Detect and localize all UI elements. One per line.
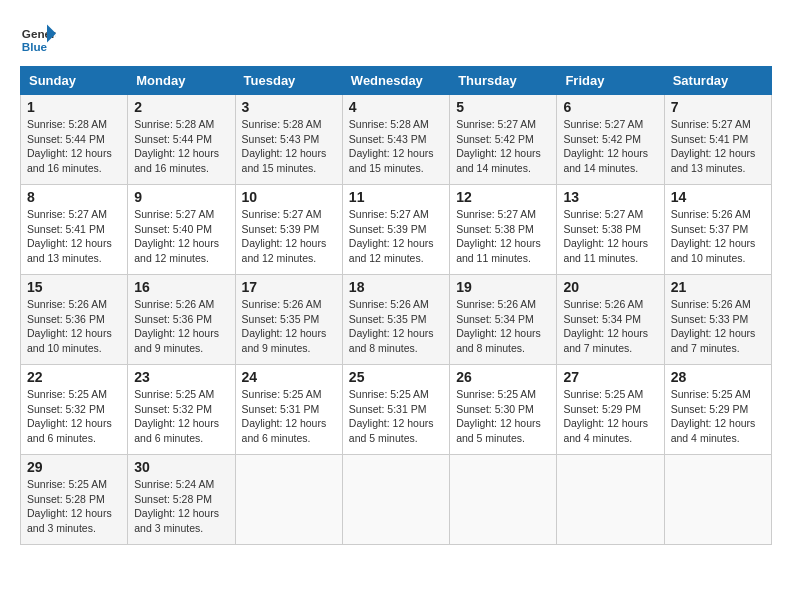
day-number: 9	[134, 189, 228, 205]
calendar-day: 22Sunrise: 5:25 AM Sunset: 5:32 PM Dayli…	[21, 365, 128, 455]
calendar-day: 1Sunrise: 5:28 AM Sunset: 5:44 PM Daylig…	[21, 95, 128, 185]
day-number: 4	[349, 99, 443, 115]
day-number: 17	[242, 279, 336, 295]
day-number: 14	[671, 189, 765, 205]
calendar-day: 19Sunrise: 5:26 AM Sunset: 5:34 PM Dayli…	[450, 275, 557, 365]
calendar-day	[557, 455, 664, 545]
day-number: 6	[563, 99, 657, 115]
day-detail: Sunrise: 5:27 AM Sunset: 5:39 PM Dayligh…	[242, 207, 336, 266]
calendar-week-0: 1Sunrise: 5:28 AM Sunset: 5:44 PM Daylig…	[21, 95, 772, 185]
day-detail: Sunrise: 5:27 AM Sunset: 5:42 PM Dayligh…	[456, 117, 550, 176]
day-number: 24	[242, 369, 336, 385]
calendar-day: 5Sunrise: 5:27 AM Sunset: 5:42 PM Daylig…	[450, 95, 557, 185]
calendar-day: 28Sunrise: 5:25 AM Sunset: 5:29 PM Dayli…	[664, 365, 771, 455]
calendar-day: 12Sunrise: 5:27 AM Sunset: 5:38 PM Dayli…	[450, 185, 557, 275]
day-number: 25	[349, 369, 443, 385]
weekday-header-wednesday: Wednesday	[342, 67, 449, 95]
calendar-day	[342, 455, 449, 545]
day-detail: Sunrise: 5:25 AM Sunset: 5:30 PM Dayligh…	[456, 387, 550, 446]
calendar-day: 14Sunrise: 5:26 AM Sunset: 5:37 PM Dayli…	[664, 185, 771, 275]
calendar-day: 30Sunrise: 5:24 AM Sunset: 5:28 PM Dayli…	[128, 455, 235, 545]
day-number: 2	[134, 99, 228, 115]
day-number: 23	[134, 369, 228, 385]
calendar-day: 25Sunrise: 5:25 AM Sunset: 5:31 PM Dayli…	[342, 365, 449, 455]
calendar-table: SundayMondayTuesdayWednesdayThursdayFrid…	[20, 66, 772, 545]
day-detail: Sunrise: 5:26 AM Sunset: 5:35 PM Dayligh…	[349, 297, 443, 356]
calendar-day: 10Sunrise: 5:27 AM Sunset: 5:39 PM Dayli…	[235, 185, 342, 275]
day-detail: Sunrise: 5:27 AM Sunset: 5:38 PM Dayligh…	[563, 207, 657, 266]
day-detail: Sunrise: 5:28 AM Sunset: 5:44 PM Dayligh…	[134, 117, 228, 176]
day-detail: Sunrise: 5:25 AM Sunset: 5:32 PM Dayligh…	[134, 387, 228, 446]
calendar-day: 21Sunrise: 5:26 AM Sunset: 5:33 PM Dayli…	[664, 275, 771, 365]
day-number: 26	[456, 369, 550, 385]
calendar-day: 18Sunrise: 5:26 AM Sunset: 5:35 PM Dayli…	[342, 275, 449, 365]
calendar-day: 11Sunrise: 5:27 AM Sunset: 5:39 PM Dayli…	[342, 185, 449, 275]
calendar-week-4: 29Sunrise: 5:25 AM Sunset: 5:28 PM Dayli…	[21, 455, 772, 545]
svg-text:Blue: Blue	[22, 40, 48, 53]
day-detail: Sunrise: 5:26 AM Sunset: 5:33 PM Dayligh…	[671, 297, 765, 356]
day-detail: Sunrise: 5:24 AM Sunset: 5:28 PM Dayligh…	[134, 477, 228, 536]
weekday-header-monday: Monday	[128, 67, 235, 95]
day-number: 7	[671, 99, 765, 115]
day-detail: Sunrise: 5:26 AM Sunset: 5:36 PM Dayligh…	[27, 297, 121, 356]
day-detail: Sunrise: 5:28 AM Sunset: 5:44 PM Dayligh…	[27, 117, 121, 176]
calendar-day: 8Sunrise: 5:27 AM Sunset: 5:41 PM Daylig…	[21, 185, 128, 275]
day-number: 29	[27, 459, 121, 475]
day-number: 5	[456, 99, 550, 115]
day-number: 20	[563, 279, 657, 295]
calendar-day: 6Sunrise: 5:27 AM Sunset: 5:42 PM Daylig…	[557, 95, 664, 185]
day-number: 1	[27, 99, 121, 115]
day-detail: Sunrise: 5:27 AM Sunset: 5:38 PM Dayligh…	[456, 207, 550, 266]
day-detail: Sunrise: 5:26 AM Sunset: 5:36 PM Dayligh…	[134, 297, 228, 356]
day-detail: Sunrise: 5:26 AM Sunset: 5:34 PM Dayligh…	[563, 297, 657, 356]
day-detail: Sunrise: 5:28 AM Sunset: 5:43 PM Dayligh…	[349, 117, 443, 176]
calendar-day: 29Sunrise: 5:25 AM Sunset: 5:28 PM Dayli…	[21, 455, 128, 545]
day-detail: Sunrise: 5:25 AM Sunset: 5:31 PM Dayligh…	[242, 387, 336, 446]
day-detail: Sunrise: 5:27 AM Sunset: 5:41 PM Dayligh…	[671, 117, 765, 176]
calendar-day: 23Sunrise: 5:25 AM Sunset: 5:32 PM Dayli…	[128, 365, 235, 455]
calendar-week-2: 15Sunrise: 5:26 AM Sunset: 5:36 PM Dayli…	[21, 275, 772, 365]
calendar-day: 4Sunrise: 5:28 AM Sunset: 5:43 PM Daylig…	[342, 95, 449, 185]
day-number: 16	[134, 279, 228, 295]
calendar-week-1: 8Sunrise: 5:27 AM Sunset: 5:41 PM Daylig…	[21, 185, 772, 275]
day-number: 30	[134, 459, 228, 475]
day-detail: Sunrise: 5:25 AM Sunset: 5:31 PM Dayligh…	[349, 387, 443, 446]
day-detail: Sunrise: 5:27 AM Sunset: 5:40 PM Dayligh…	[134, 207, 228, 266]
calendar-day: 16Sunrise: 5:26 AM Sunset: 5:36 PM Dayli…	[128, 275, 235, 365]
day-detail: Sunrise: 5:27 AM Sunset: 5:42 PM Dayligh…	[563, 117, 657, 176]
day-detail: Sunrise: 5:27 AM Sunset: 5:41 PM Dayligh…	[27, 207, 121, 266]
day-detail: Sunrise: 5:27 AM Sunset: 5:39 PM Dayligh…	[349, 207, 443, 266]
weekday-header-thursday: Thursday	[450, 67, 557, 95]
day-detail: Sunrise: 5:28 AM Sunset: 5:43 PM Dayligh…	[242, 117, 336, 176]
day-number: 18	[349, 279, 443, 295]
day-detail: Sunrise: 5:25 AM Sunset: 5:29 PM Dayligh…	[671, 387, 765, 446]
calendar-day: 26Sunrise: 5:25 AM Sunset: 5:30 PM Dayli…	[450, 365, 557, 455]
calendar-day: 20Sunrise: 5:26 AM Sunset: 5:34 PM Dayli…	[557, 275, 664, 365]
day-detail: Sunrise: 5:26 AM Sunset: 5:34 PM Dayligh…	[456, 297, 550, 356]
day-number: 28	[671, 369, 765, 385]
weekday-header-tuesday: Tuesday	[235, 67, 342, 95]
page-header: General Blue	[20, 20, 772, 56]
day-number: 19	[456, 279, 550, 295]
calendar-day	[450, 455, 557, 545]
calendar-day: 15Sunrise: 5:26 AM Sunset: 5:36 PM Dayli…	[21, 275, 128, 365]
day-number: 8	[27, 189, 121, 205]
day-number: 22	[27, 369, 121, 385]
calendar-day: 24Sunrise: 5:25 AM Sunset: 5:31 PM Dayli…	[235, 365, 342, 455]
calendar-day: 9Sunrise: 5:27 AM Sunset: 5:40 PM Daylig…	[128, 185, 235, 275]
calendar-week-3: 22Sunrise: 5:25 AM Sunset: 5:32 PM Dayli…	[21, 365, 772, 455]
weekday-header-saturday: Saturday	[664, 67, 771, 95]
calendar-day: 13Sunrise: 5:27 AM Sunset: 5:38 PM Dayli…	[557, 185, 664, 275]
day-detail: Sunrise: 5:25 AM Sunset: 5:32 PM Dayligh…	[27, 387, 121, 446]
calendar-day: 2Sunrise: 5:28 AM Sunset: 5:44 PM Daylig…	[128, 95, 235, 185]
day-number: 21	[671, 279, 765, 295]
day-number: 13	[563, 189, 657, 205]
logo: General Blue	[20, 20, 56, 56]
day-number: 12	[456, 189, 550, 205]
day-detail: Sunrise: 5:26 AM Sunset: 5:35 PM Dayligh…	[242, 297, 336, 356]
day-number: 3	[242, 99, 336, 115]
day-number: 11	[349, 189, 443, 205]
calendar-day	[235, 455, 342, 545]
day-number: 15	[27, 279, 121, 295]
weekday-header-friday: Friday	[557, 67, 664, 95]
